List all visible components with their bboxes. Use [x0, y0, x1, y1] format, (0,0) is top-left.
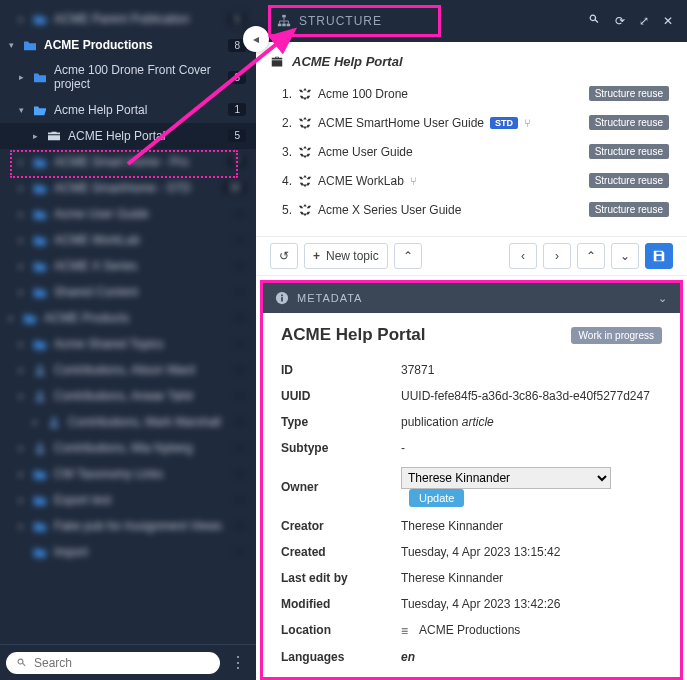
expand-arrow-icon[interactable]: ▸ [16, 183, 26, 193]
count-badge [234, 291, 246, 293]
tree-item[interactable]: ▸Contributions, Anwar Tahir [0, 383, 256, 409]
expand-arrow-icon[interactable]: ▾ [16, 105, 26, 115]
expand-arrow-icon[interactable]: ▸ [16, 235, 26, 245]
briefcase-icon [270, 55, 284, 69]
expand-arrow-icon[interactable]: ▸ [16, 14, 26, 24]
tree-item-label: ACME WorkLab [54, 233, 230, 247]
tree-item[interactable]: ▸Contributions, Mark Marshall [0, 409, 256, 435]
expand-arrow-icon[interactable]: ▸ [16, 72, 26, 82]
tree-item[interactable]: ▸ACME SmartHome - STD18 [0, 175, 256, 201]
update-owner-button[interactable]: Update [409, 489, 464, 507]
tree-item[interactable]: ▸CW Taxonomy Links [0, 461, 256, 487]
structure-item[interactable]: 1.Acme 100 DroneStructure reuse [270, 79, 673, 108]
item-number: 2. [274, 116, 292, 130]
expand-arrow-icon[interactable]: ▸ [16, 339, 26, 349]
expand-arrow-icon[interactable]: ▸ [6, 313, 16, 323]
label-creator: Creator [281, 519, 401, 533]
expand-arrow-icon[interactable]: ▸ [16, 495, 26, 505]
search-input-wrap[interactable] [6, 652, 220, 674]
nav-down-button[interactable]: ⌄ [611, 243, 639, 269]
collapse-sidebar-button[interactable]: ◂ [243, 26, 269, 52]
expand-arrow-icon[interactable]: ▸ [16, 209, 26, 219]
expand-arrow-icon[interactable]: ▸ [16, 261, 26, 271]
tree-item[interactable]: Import [0, 539, 256, 565]
tree-item[interactable]: ▸ACME Smart Home - Pro7 [0, 149, 256, 175]
tree-item[interactable]: ▸Acme 100 Drone Front Cover project8 [0, 58, 256, 97]
annotation-metadata-box: METADATA ⌄ ACME Help Portal Work in prog… [260, 280, 683, 680]
nav-prev-button[interactable]: ‹ [509, 243, 537, 269]
owner-select[interactable]: Therese Kinnander [401, 467, 611, 489]
expand-arrow-icon[interactable]: ▸ [16, 469, 26, 479]
structure-item[interactable]: 2.ACME SmartHome User GuideSTD⑂Structure… [270, 108, 673, 137]
label-id: ID [281, 363, 401, 377]
nav-next-button[interactable]: › [543, 243, 571, 269]
nav-up-button[interactable]: ⌃ [577, 243, 605, 269]
tree-item[interactable]: ▸Fake pub for Assignment Views [0, 513, 256, 539]
tree-item[interactable]: ▸Contributions, Mia Nyberg [0, 435, 256, 461]
label-subtype: Subtype [281, 441, 401, 455]
expand-arrow-icon[interactable]: ▸ [16, 287, 26, 297]
tree-item-label: ACME Parent Publication [54, 12, 224, 26]
tree-item[interactable]: ▸Export test [0, 487, 256, 513]
folder-icon [32, 285, 48, 299]
value-creator: Therese Kinnander [401, 519, 662, 533]
expand-arrow-icon[interactable]: ▸ [16, 391, 26, 401]
new-topic-button[interactable]: +New topic [304, 243, 388, 269]
status-badge: Work in progress [571, 327, 662, 344]
folder-open-icon [32, 103, 48, 117]
tree-item[interactable]: ▸ACME Products [0, 305, 256, 331]
label-location: Location [281, 623, 401, 637]
folder-icon [32, 337, 48, 351]
label-access: Access [281, 676, 401, 680]
tree-item[interactable]: ▸ACME WorkLab [0, 227, 256, 253]
expand-arrow-icon[interactable]: ▸ [16, 443, 26, 453]
main-panel: STRUCTURE ⟳ ⤢ ✕ ACME Help Portal 1.Acme … [256, 0, 687, 680]
tree-item[interactable]: ▸ACME Parent Publication5 [0, 6, 256, 32]
value-location[interactable]: ≡ACME Productions [401, 623, 662, 638]
briefcase-icon [46, 129, 62, 143]
new-topic-more-button[interactable]: ⌃ [394, 243, 422, 269]
tree-item[interactable]: ▾ACME Productions8 [0, 32, 256, 58]
expand-button[interactable]: ⤢ [637, 12, 651, 30]
svg-point-1 [38, 391, 43, 396]
structure-item[interactable]: 5.Acme X Series User GuideStructure reus… [270, 195, 673, 224]
refresh-button[interactable]: ⟳ [613, 12, 627, 30]
metadata-header[interactable]: METADATA ⌄ [263, 283, 680, 313]
tree-item-label: Acme Help Portal [54, 103, 224, 117]
tree-item[interactable]: ▸Acme User Guide [0, 201, 256, 227]
tree-item[interactable]: ▸Contributions, Alison Ward [0, 357, 256, 383]
save-button[interactable] [645, 243, 673, 269]
expand-arrow-icon[interactable]: ▸ [16, 365, 26, 375]
search-input[interactable] [34, 656, 210, 670]
tree-item[interactable]: ▸ACME Help Portal5 [0, 123, 256, 149]
structure-item[interactable]: 3.Acme User GuideStructure reuse [270, 137, 673, 166]
tree-item-label: ACME SmartHome - STD [54, 181, 219, 195]
search-icon [16, 657, 28, 669]
structure-item[interactable]: 4.ACME WorkLab⑂Structure reuse [270, 166, 673, 195]
expand-arrow-icon[interactable]: ▸ [16, 521, 26, 531]
label-languages: Languages [281, 650, 401, 664]
value-languages: en [401, 650, 662, 664]
tree-item[interactable]: ▾Acme Help Portal1 [0, 97, 256, 123]
search-button[interactable] [586, 11, 603, 31]
tree-item[interactable]: ▸ACME X Series [0, 253, 256, 279]
tree-item-label: ACME Smart Home - Pro [54, 155, 224, 169]
metadata-collapse-button[interactable]: ⌄ [658, 292, 668, 305]
close-button[interactable]: ✕ [661, 12, 675, 30]
expand-arrow-icon[interactable]: ▾ [6, 40, 16, 50]
expand-arrow-icon[interactable]: ▸ [16, 157, 26, 167]
label-type: Type [281, 415, 401, 429]
sidebar-more-button[interactable]: ⋮ [226, 651, 250, 674]
tree-item-label: Contributions, Alison Ward [54, 363, 230, 377]
history-button[interactable]: ↺ [270, 243, 298, 269]
expand-arrow-icon[interactable]: ▸ [30, 417, 40, 427]
publication-heading[interactable]: ACME Help Portal [270, 54, 673, 69]
value-owner: Therese Kinnander Update [401, 467, 662, 507]
tree-item[interactable]: ▸Shared Content [0, 279, 256, 305]
reuse-badge: Structure reuse [589, 86, 669, 101]
folder-icon [32, 155, 48, 169]
value-modified: Tuesday, 4 Apr 2023 13:42:26 [401, 597, 662, 611]
tree-item[interactable]: ▸Acme Shared Topics [0, 331, 256, 357]
tree-item-label: Fake pub for Assignment Views [54, 519, 230, 533]
expand-arrow-icon[interactable]: ▸ [30, 131, 40, 141]
